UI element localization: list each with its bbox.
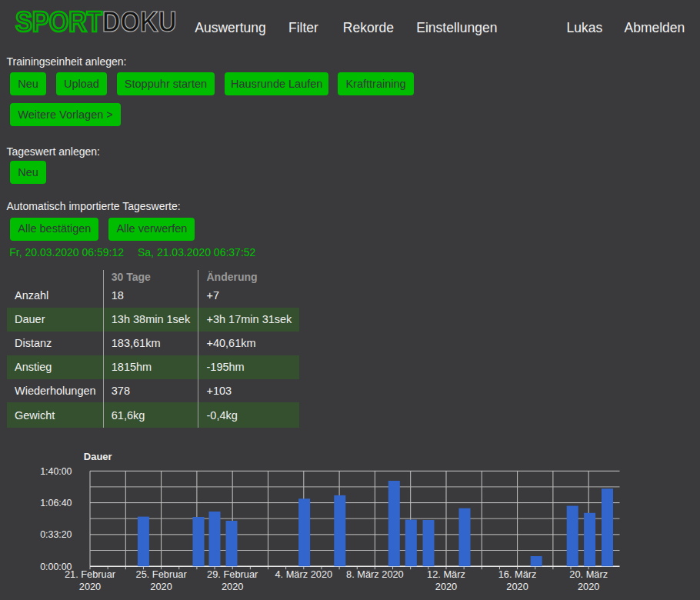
svg-text:4. März 2020: 4. März 2020 bbox=[275, 568, 332, 580]
svg-text:2020: 2020 bbox=[578, 581, 599, 592]
svg-text:2020: 2020 bbox=[150, 581, 172, 592]
svg-text:21. Februar: 21. Februar bbox=[65, 568, 116, 580]
svg-text:1:40:00: 1:40:00 bbox=[40, 466, 72, 477]
svg-text:12. März: 12. März bbox=[427, 568, 465, 580]
svg-text:2020: 2020 bbox=[79, 581, 101, 592]
svg-text:0:33:20: 0:33:20 bbox=[40, 529, 72, 540]
svg-text:2020: 2020 bbox=[435, 581, 457, 592]
svg-text:16. März: 16. März bbox=[498, 568, 537, 580]
svg-text:29. Februar: 29. Februar bbox=[207, 568, 258, 580]
svg-text:25. Februar: 25. Februar bbox=[136, 568, 188, 580]
svg-text:1:06:40: 1:06:40 bbox=[40, 498, 72, 508]
svg-text:Dauer: Dauer bbox=[84, 451, 112, 462]
svg-text:20. März: 20. März bbox=[569, 568, 608, 580]
svg-text:8. März 2020: 8. März 2020 bbox=[346, 568, 404, 580]
svg-text:2020: 2020 bbox=[506, 581, 528, 592]
svg-text:2020: 2020 bbox=[222, 581, 243, 592]
